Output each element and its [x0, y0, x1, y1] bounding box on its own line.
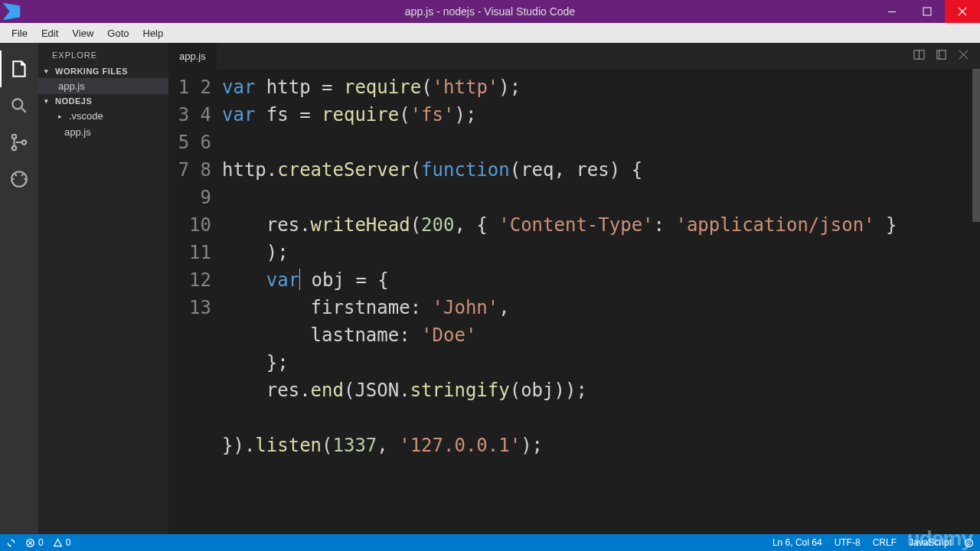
folder-item-appjs[interactable]: app.js	[38, 124, 168, 140]
svg-point-13	[969, 542, 970, 543]
activity-bar	[0, 43, 38, 534]
menu-edit[interactable]: Edit	[34, 26, 65, 41]
menu-bar: File Edit View Goto Help	[0, 23, 980, 43]
editor-scrollbar[interactable]	[972, 69, 980, 534]
svg-rect-9	[937, 50, 946, 58]
app-icon	[0, 0, 23, 23]
tab-bar: app.js	[168, 43, 980, 69]
code-editor[interactable]: 1 2 3 4 5 6 7 8 9 10 11 12 13 var http =…	[168, 69, 980, 534]
item-label: .vscode	[69, 110, 103, 122]
status-warnings[interactable]: 0	[53, 537, 71, 548]
text-cursor	[299, 269, 300, 290]
svg-point-3	[12, 135, 16, 139]
menu-help[interactable]: Help	[136, 26, 171, 41]
explorer-tree: ▾ WORKING FILES app.js ▾ NODEJS ▸ .vscod…	[38, 64, 168, 140]
debug-icon[interactable]	[0, 161, 38, 197]
status-cursor-position[interactable]: Ln 6, Col 64	[773, 537, 822, 548]
menu-file[interactable]: File	[5, 26, 34, 41]
chevron-down-icon: ▾	[44, 97, 52, 105]
status-feedback-icon[interactable]	[964, 538, 974, 548]
svg-point-11	[965, 539, 973, 546]
folder-item-vscode[interactable]: ▸ .vscode	[38, 108, 168, 124]
sidebar: EXPLORE ▾ WORKING FILES app.js ▾ NODEJS …	[38, 43, 168, 534]
menu-goto[interactable]: Goto	[100, 26, 136, 41]
svg-rect-1	[923, 8, 931, 15]
window-title: app.js - nodejs - Visual Studio Code	[405, 5, 575, 18]
line-gutter: 1 2 3 4 5 6 7 8 9 10 11 12 13	[168, 69, 222, 534]
status-bar: 0 0 Ln 6, Col 64 UTF-8 CRLF JavaScript	[0, 534, 980, 551]
close-tab-icon[interactable]	[958, 49, 969, 64]
explorer-icon[interactable]	[0, 51, 38, 87]
working-files-header[interactable]: ▾ WORKING FILES	[38, 64, 168, 78]
tab-appjs[interactable]: app.js	[168, 43, 217, 69]
minimize-button[interactable]	[874, 0, 910, 23]
folder-label: NODEJS	[55, 96, 92, 106]
menu-view[interactable]: View	[65, 26, 100, 41]
svg-point-5	[22, 140, 26, 144]
status-errors[interactable]: 0	[25, 537, 44, 548]
chevron-down-icon: ▾	[44, 67, 52, 75]
status-eol[interactable]: CRLF	[873, 537, 897, 548]
item-label: app.js	[64, 126, 91, 138]
git-icon[interactable]	[0, 124, 38, 161]
tab-label: app.js	[179, 51, 206, 62]
maximize-button[interactable]	[910, 0, 945, 23]
tab-actions	[913, 49, 980, 64]
working-file-item[interactable]: app.js	[38, 78, 168, 94]
more-tab-icon[interactable]	[936, 49, 947, 64]
folder-header[interactable]: ▾ NODEJS	[38, 94, 168, 108]
status-encoding[interactable]: UTF-8	[835, 537, 861, 548]
close-button[interactable]	[945, 0, 980, 23]
main-area: EXPLORE ▾ WORKING FILES app.js ▾ NODEJS …	[0, 43, 980, 534]
svg-point-12	[967, 542, 968, 543]
scrollbar-thumb[interactable]	[972, 69, 980, 222]
title-bar: app.js - nodejs - Visual Studio Code	[0, 0, 980, 23]
sidebar-title: EXPLORE	[38, 43, 168, 64]
svg-rect-0	[888, 11, 896, 12]
svg-point-2	[12, 99, 22, 109]
chevron-right-icon: ▸	[58, 112, 66, 120]
file-label: app.js	[58, 80, 85, 92]
window-controls	[874, 0, 980, 23]
editor-area: app.js 1 2 3 4 5 6 7 8 9 10 11 12 13 var…	[168, 43, 980, 534]
status-language[interactable]: JavaScript	[909, 537, 952, 548]
svg-point-4	[12, 146, 16, 150]
code-content[interactable]: var http = require('http'); var fs = req…	[222, 69, 980, 534]
search-icon[interactable]	[0, 87, 38, 124]
working-files-label: WORKING FILES	[55, 67, 128, 76]
split-editor-icon[interactable]	[913, 49, 925, 64]
status-sync[interactable]	[6, 538, 16, 548]
